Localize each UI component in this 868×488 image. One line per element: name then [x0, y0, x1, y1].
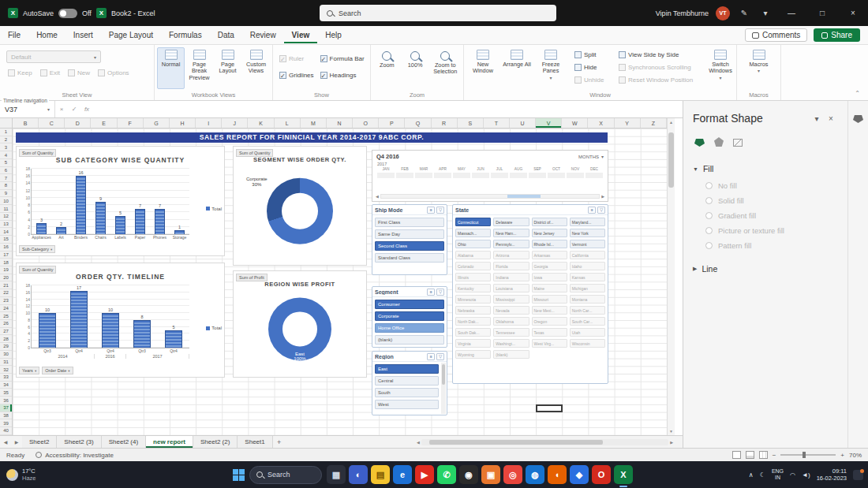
row-header-27[interactable]: 27: [0, 328, 12, 336]
horizontal-scrollbar[interactable]: ◀ ▶: [417, 438, 673, 446]
timeline-level-dropdown[interactable]: MONTHS▾: [578, 154, 604, 159]
zoom-level[interactable]: 70%: [849, 452, 862, 459]
slicer-item-michigan[interactable]: Michigan: [570, 284, 605, 292]
maximize-button[interactable]: □: [810, 0, 834, 26]
slicer-item-nevada[interactable]: Nevada: [493, 306, 529, 315]
slicer-ship-mode[interactable]: Ship Mode≡▽First ClassSame DaySecond Cla…: [372, 204, 447, 275]
taskbar-app-firefox[interactable]: ◖: [548, 465, 567, 484]
row-header-18[interactable]: 18: [0, 259, 12, 266]
scroll-track[interactable]: [421, 439, 668, 445]
clock[interactable]: 09:1116-02-2023: [817, 468, 847, 482]
taskbar-app-excel[interactable]: X: [614, 465, 633, 484]
switch-windows-button[interactable]: Switch Windows▾: [705, 47, 735, 81]
slicer-item-iowa[interactable]: Iowa: [532, 273, 567, 281]
slicer-item-pennsylv[interactable]: Pennsylv...: [493, 240, 529, 248]
slicer-item-washingt[interactable]: Washingt...: [493, 339, 529, 348]
taskbar-app-opera[interactable]: O: [592, 465, 611, 484]
slicer-item-texas[interactable]: Texas: [532, 328, 567, 337]
slicer-item-minnesota[interactable]: Minnesota: [455, 295, 491, 304]
start-button[interactable]: [233, 469, 245, 481]
freeze-panes-button[interactable]: Freeze Panes▾: [534, 47, 567, 89]
row-header-10[interactable]: 10: [0, 197, 12, 205]
ribbon-tab-help[interactable]: Help: [317, 28, 350, 43]
column-header-d[interactable]: D: [65, 118, 91, 128]
taskbar-app-messenger[interactable]: ◐: [349, 465, 368, 484]
enter-icon[interactable]: ✓: [68, 106, 80, 113]
effects-tab[interactable]: [714, 136, 724, 150]
slicer-item-massach[interactable]: Massach...: [455, 229, 491, 237]
bar[interactable]: [70, 291, 88, 348]
bar[interactable]: [115, 216, 126, 234]
fill-option-picture-or-texture-fill[interactable]: Picture or texture fill: [705, 226, 838, 235]
volume-icon[interactable]: ◄): [802, 471, 810, 479]
zoom-to-selection-button[interactable]: Zoom to Selection: [430, 47, 461, 89]
scrollbar-thumb[interactable]: [668, 132, 674, 188]
fill-option-no-fill[interactable]: No fill: [705, 181, 838, 190]
bar[interactable]: [102, 313, 119, 348]
ribbon-tab-view[interactable]: View: [284, 28, 318, 43]
chart-region-profit[interactable]: Sum of ProfitREGION WISE PROFITEast100%: [233, 270, 367, 378]
insert-function-icon[interactable]: fx: [80, 106, 93, 113]
paint-bucket-icon[interactable]: [853, 115, 863, 123]
taskbar-app-chrome[interactable]: ◎: [503, 465, 522, 484]
sheet-tab-sheet2-4[interactable]: Sheet2 (4): [102, 436, 146, 448]
slicer-item-blank[interactable]: (blank): [375, 335, 444, 345]
slicer-item-utah[interactable]: Utah: [570, 328, 605, 337]
bar[interactable]: [133, 320, 151, 348]
timeline-scroll-track[interactable]: [380, 194, 600, 199]
slicer-item-kansas[interactable]: Kansas: [570, 273, 605, 281]
night-mode-icon[interactable]: ☾: [760, 471, 765, 479]
checkbox-ruler[interactable]: ✓Ruler: [278, 53, 316, 65]
scrollbar-thumb[interactable]: [442, 364, 445, 385]
bar[interactable]: [36, 223, 47, 234]
zoom-100-button[interactable]: 100%: [402, 47, 429, 89]
line-section-header[interactable]: ▶Line: [693, 264, 838, 274]
row-header-24[interactable]: 24: [0, 305, 12, 313]
timeline-month-aug[interactable]: AUG: [509, 167, 528, 179]
collapse-ribbon-icon[interactable]: ⌃: [855, 90, 860, 97]
page-layout-button[interactable]: Page Layout: [214, 47, 241, 89]
ribbon-tab-formulas[interactable]: Formulas: [161, 28, 210, 43]
slicer-scrollbar[interactable]: [441, 363, 446, 414]
scrollbar-thumb[interactable]: [429, 440, 603, 445]
slicer-item-south-car[interactable]: South Car...: [570, 317, 605, 326]
row-header-21[interactable]: 21: [0, 281, 12, 289]
column-header-r[interactable]: R: [432, 118, 458, 128]
timeline-month-may[interactable]: MAY: [452, 167, 471, 179]
order-date-filter-button[interactable]: Order Date▾: [42, 367, 73, 374]
slicer-item-indiana[interactable]: Indiana: [493, 273, 529, 281]
slicer-item-corporate[interactable]: Corporate: [375, 311, 444, 321]
timeline-month-apr[interactable]: APR: [433, 167, 452, 179]
language-switcher[interactable]: ENGIN: [772, 468, 784, 481]
checkbox-headings[interactable]: ✓Headings: [319, 69, 366, 81]
slicer-item-mississippi[interactable]: Mississippi: [493, 295, 529, 304]
zoom-out-icon[interactable]: −: [773, 452, 776, 459]
row-header-40[interactable]: 40: [0, 427, 12, 435]
row-header-8[interactable]: 8: [0, 182, 12, 190]
pivot-field-button[interactable]: Sum of Quantity: [236, 149, 273, 157]
row-header-12[interactable]: 12: [0, 213, 12, 221]
slicer-item-east[interactable]: East: [375, 364, 439, 374]
taskbar-app-edge[interactable]: e: [393, 465, 412, 484]
row-header-35[interactable]: 35: [0, 389, 12, 397]
slicer-item-nebraska[interactable]: Nebraska: [455, 306, 491, 315]
row-header-16[interactable]: 16: [0, 244, 12, 251]
bar[interactable]: [39, 313, 56, 348]
row-header-14[interactable]: 14: [0, 228, 12, 236]
slicer-state[interactable]: State≡▽ConnecticutDelawareDistrict of...…: [452, 204, 608, 384]
slicer-item-ohio[interactable]: Ohio: [455, 240, 491, 248]
column-header-c[interactable]: C: [39, 118, 65, 128]
row-header-34[interactable]: 34: [0, 382, 12, 389]
slicer-item-idaho[interactable]: Idaho: [570, 262, 605, 270]
new-window-button[interactable]: New Window: [466, 47, 499, 89]
zoom-button[interactable]: Zoom: [373, 47, 401, 89]
sheet-tab-sheet2-3[interactable]: Sheet2 (3): [57, 436, 101, 448]
sheet-tab-sheet2-2[interactable]: Sheet2 (2): [193, 436, 238, 448]
page-layout-view-icon[interactable]: [746, 451, 754, 459]
bar[interactable]: [135, 209, 146, 234]
normal-view-icon[interactable]: [732, 451, 741, 459]
slicer-item-connecticut[interactable]: Connecticut: [455, 218, 491, 226]
slicer-item-kentucky[interactable]: Kentucky: [455, 284, 491, 292]
pivot-field-button[interactable]: Sum of Quantity: [19, 149, 56, 157]
column-header-m[interactable]: M: [301, 118, 327, 128]
